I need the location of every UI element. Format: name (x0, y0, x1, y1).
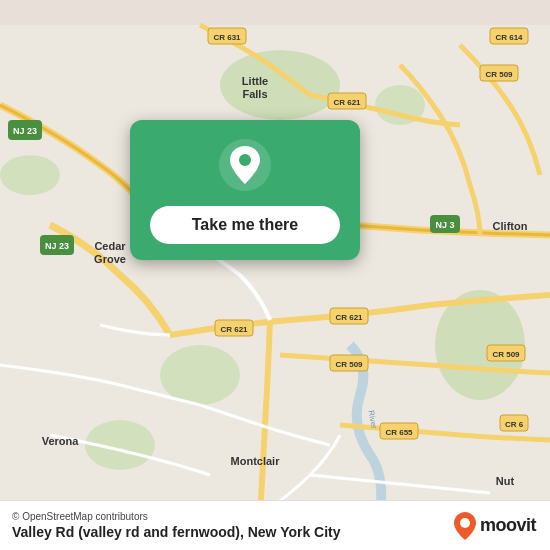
svg-text:CR 614: CR 614 (495, 33, 523, 42)
svg-text:CR 509: CR 509 (492, 350, 520, 359)
svg-point-1 (220, 50, 340, 120)
svg-text:Little: Little (242, 75, 268, 87)
map-background: NJ 23 NJ 23 NJ 3 CR 621 CR 621 CR 509 CR… (0, 0, 550, 550)
svg-text:Nut: Nut (496, 475, 515, 487)
map-container: NJ 23 NJ 23 NJ 3 CR 621 CR 621 CR 509 CR… (0, 0, 550, 550)
svg-text:CR 655: CR 655 (385, 428, 413, 437)
svg-text:Cedar: Cedar (94, 240, 126, 252)
bottom-bar-info: © OpenStreetMap contributors Valley Rd (… (12, 511, 341, 540)
location-name: Valley Rd (valley rd and fernwood), New … (12, 524, 341, 540)
location-pin-icon (218, 138, 272, 192)
svg-point-43 (239, 154, 251, 166)
svg-text:NJ 23: NJ 23 (45, 241, 69, 251)
moovit-logo: moovit (454, 512, 536, 540)
svg-text:CR 621: CR 621 (333, 98, 361, 107)
svg-point-4 (160, 345, 240, 405)
take-me-there-button[interactable]: Take me there (150, 206, 340, 244)
svg-text:CR 621: CR 621 (335, 313, 363, 322)
svg-text:CR 509: CR 509 (335, 360, 363, 369)
svg-text:NJ 3: NJ 3 (435, 220, 454, 230)
svg-text:Falls: Falls (242, 88, 267, 100)
moovit-label: moovit (480, 515, 536, 536)
osm-credit: © OpenStreetMap contributors (12, 511, 341, 522)
svg-text:Montclair: Montclair (231, 455, 281, 467)
svg-text:Grove: Grove (94, 253, 126, 265)
svg-text:Clifton: Clifton (493, 220, 528, 232)
svg-text:CR 6: CR 6 (505, 420, 524, 429)
svg-text:NJ 23: NJ 23 (13, 126, 37, 136)
moovit-pin-icon (454, 512, 476, 540)
svg-text:CR 509: CR 509 (485, 70, 513, 79)
svg-text:CR 621: CR 621 (220, 325, 248, 334)
svg-point-3 (0, 155, 60, 195)
svg-text:Verona: Verona (42, 435, 80, 447)
svg-point-44 (460, 518, 470, 528)
svg-text:CR 631: CR 631 (213, 33, 241, 42)
bottom-bar: © OpenStreetMap contributors Valley Rd (… (0, 500, 550, 550)
location-card: Take me there (130, 120, 360, 260)
